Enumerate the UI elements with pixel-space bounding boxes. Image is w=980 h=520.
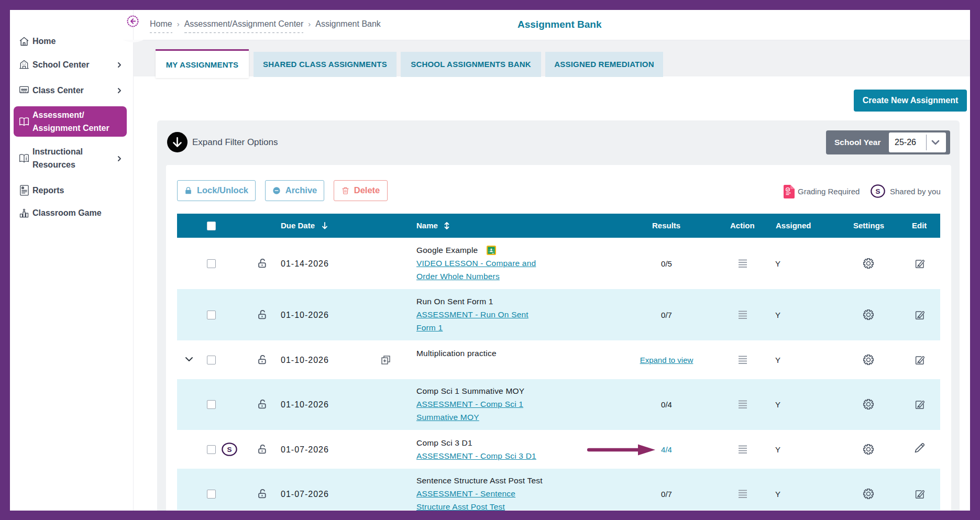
svg-text:S: S <box>227 445 232 453</box>
svg-text:S: S <box>875 187 880 195</box>
